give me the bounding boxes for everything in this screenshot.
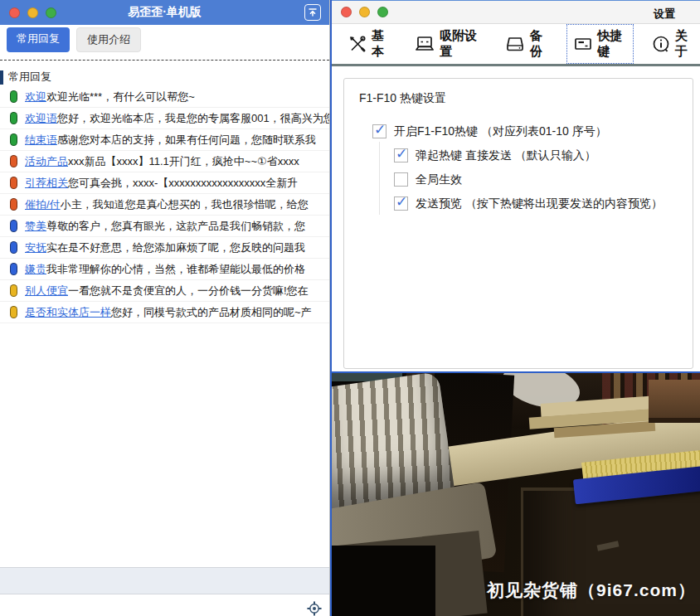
category-pill-icon [10, 155, 17, 167]
desktop-photo: 初见杂货铺（9i67.com） [332, 373, 700, 616]
settings-gear-icon[interactable] [307, 601, 322, 616]
minimize-button[interactable] [359, 7, 370, 17]
category-pill-icon [10, 284, 17, 297]
category-pill-icon [10, 220, 17, 232]
traffic-lights [341, 7, 388, 17]
list-item[interactable]: 引荐相关您可真会挑，xxxx-【xxxxxxxxxxxxxxxxxx全新升 [0, 172, 329, 194]
list-item[interactable]: 结束语感谢您对本店的支持，如果有任何问题，您随时联系我 [0, 129, 329, 151]
reply-category-link[interactable]: 引荐相关 [25, 177, 68, 189]
option-row: ✓ 开启F1-F10热键 （对应列表01-10 序号） [372, 119, 693, 143]
category-pill-icon [10, 306, 17, 318]
dashed-divider [0, 60, 329, 61]
settings-titlebar[interactable]: 设置 [332, 1, 700, 24]
toolbar-underline [332, 64, 700, 66]
reply-category-link[interactable]: 欢迎语 [25, 112, 57, 124]
close-button[interactable] [341, 7, 352, 17]
checkbox-send-on-release[interactable]: ✓ [394, 148, 408, 162]
watermark-text: 初见杂货铺（9i67.com） [487, 579, 696, 602]
list-item[interactable]: 欢迎语您好，欢迎光临本店，我是您的专属客服001，很高兴为您服务 [0, 108, 329, 129]
drive-icon [504, 34, 526, 54]
monitor-icon [414, 34, 435, 54]
checkbox-global-effect[interactable] [394, 172, 408, 187]
checkmark-icon: ✓ [396, 194, 407, 211]
option-row: 全局生效 [394, 167, 693, 192]
reply-preview-text: 您好，同模号款式的产品材质相同的呢~产 [111, 306, 312, 318]
list-item[interactable]: 催拍/付小主，我知道您是真心想买的，我也很珍惜呢，给您 [0, 194, 329, 216]
reply-category-link[interactable]: 是否和实体店一样 [25, 306, 111, 318]
option-label: 弹起热键 直接发送 （默认只输入） [416, 148, 596, 163]
close-button[interactable] [9, 7, 20, 18]
desktop: 易歪歪·单机版 常用回复 使用介绍 常用回复 欢迎欢迎光临***，有什么可以帮您… [0, 0, 700, 616]
tab-hotkeys[interactable]: 快捷键 [566, 24, 634, 64]
group-title: F1-F10 热键设置 [359, 91, 693, 106]
reply-category-link[interactable]: 赞美 [25, 220, 46, 232]
tree-guide-line [379, 142, 380, 215]
reply-preview-text: 小主，我知道您是真心想买的，我也很珍惜呢，给您 [61, 198, 309, 211]
option-row: ✓ 发送预览 （按下热键将出现要发送的内容预览） [394, 192, 693, 216]
keyboard-icon [572, 34, 594, 54]
tab-bar: 常用回复 使用介绍 [7, 27, 141, 52]
checkbox-send-preview[interactable]: ✓ [394, 196, 408, 211]
list-item[interactable]: 别人便宜一看您就不是贪便宜的人，一分价钱一分货嘛!您在 [0, 280, 329, 302]
list-item[interactable]: 是否和实体店一样您好，同模号款式的产品材质相同的呢~产 [0, 302, 329, 323]
reply-preview-text: 欢迎光临***，有什么可以帮您~ [46, 90, 195, 103]
traffic-lights [9, 7, 56, 18]
photo-book-stack [649, 380, 700, 423]
reply-category-link[interactable]: 结束语 [25, 133, 57, 146]
zoom-button[interactable] [377, 7, 388, 17]
quick-reply-window: 易歪歪·单机版 常用回复 使用介绍 常用回复 欢迎欢迎光临***，有什么可以帮您… [0, 0, 330, 616]
photo-shape [332, 546, 435, 616]
category-pill-icon [10, 177, 17, 189]
input-bar[interactable] [0, 567, 329, 594]
reply-category-link[interactable]: 别人便宜 [25, 284, 68, 297]
reply-category-link[interactable]: 嫌贵 [25, 263, 46, 275]
minimize-button[interactable] [27, 7, 38, 18]
collapse-up-icon[interactable] [304, 4, 321, 21]
checkmark-icon: ✓ [396, 146, 407, 162]
reply-preview-text: 我非常理解你的心情，当然，谁都希望能以最低的价格 [46, 263, 305, 275]
hotkey-settings-group: F1-F10 热键设置 ✓ 开启F1-F10热键 （对应列表01-10 序号） … [343, 78, 693, 369]
reply-preview-text: 实在是不好意思，给您添加麻烦了呢，您反映的问题我 [46, 241, 305, 254]
left-titlebar[interactable]: 易歪歪·单机版 [0, 0, 329, 25]
reply-category-link[interactable]: 安抚 [25, 241, 46, 254]
category-pill-icon [10, 133, 17, 146]
reply-preview-text: 一看您就不是贪便宜的人，一分价钱一分货嘛!您在 [68, 284, 309, 297]
list-item[interactable]: 赞美尊敬的客户，您真有眼光，这款产品是我们畅销款，您 [0, 216, 329, 237]
reply-category-link[interactable]: 活动产品 [25, 155, 68, 167]
tab-about[interactable]: 关于 [645, 24, 700, 64]
tab-usage-intro[interactable]: 使用介绍 [76, 27, 141, 52]
checkbox-enable-hotkeys[interactable]: ✓ [372, 124, 386, 138]
settings-window: 设置 基本 [332, 0, 700, 373]
option-row: ✓ 弹起热键 直接发送 （默认只输入） [394, 143, 693, 167]
tab-common-replies[interactable]: 常用回复 [7, 27, 70, 52]
reply-preview-text: 您可真会挑，xxxx-【xxxxxxxxxxxxxxxxxx全新升 [68, 177, 298, 189]
option-label: 全局生效 [416, 172, 462, 187]
list-item[interactable]: 安抚实在是不好意思，给您添加麻烦了呢，您反映的问题我 [0, 237, 329, 259]
info-icon [651, 34, 671, 54]
category-pill-icon [10, 112, 17, 124]
zoom-button[interactable] [46, 7, 56, 18]
category-pill-icon [10, 90, 17, 103]
list-item[interactable]: 欢迎欢迎光临***，有什么可以帮您~ [0, 86, 329, 108]
tab-snap-settings[interactable]: 吸附设置 [408, 24, 486, 64]
category-pill-icon [10, 263, 17, 275]
checkmark-icon: ✓ [374, 122, 386, 138]
tab-basic[interactable]: 基本 [342, 24, 396, 64]
option-label: 发送预览 （按下热键将出现要发送的内容预览） [416, 196, 663, 211]
reply-category-link[interactable]: 欢迎 [25, 90, 46, 103]
reply-category-link[interactable]: 催拍/付 [25, 198, 61, 211]
list-item[interactable]: 活动产品xxx新品【xxxx】11.1开门红，疯抢中~~①省xxxx [0, 151, 329, 172]
tools-icon [348, 34, 367, 54]
reply-preview-text: 感谢您对本店的支持，如果有任何问题，您随时联系我 [57, 133, 316, 146]
reply-preview-text: 您好，欢迎光临本店，我是您的专属客服001，很高兴为您服务 [57, 112, 329, 124]
reply-list: 欢迎欢迎光临***，有什么可以帮您~ 欢迎语您好，欢迎光临本店，我是您的专属客服… [0, 86, 329, 323]
settings-window-title: 设置 [654, 7, 675, 22]
tab-backup[interactable]: 备份 [498, 24, 555, 64]
category-pill-icon [10, 198, 17, 211]
list-item[interactable]: 嫌贵我非常理解你的心情，当然，谁都希望能以最低的价格 [0, 259, 329, 280]
reply-preview-text: 尊敬的客户，您真有眼光，这款产品是我们畅销款，您 [46, 220, 305, 232]
option-label: 开启F1-F10热键 （对应列表01-10 序号） [394, 124, 607, 139]
right-column: 设置 基本 [330, 0, 700, 616]
reply-preview-text: xxx新品【xxxx】11.1开门红，疯抢中~~①省xxxx [68, 155, 299, 167]
section-marker-icon [0, 70, 3, 85]
